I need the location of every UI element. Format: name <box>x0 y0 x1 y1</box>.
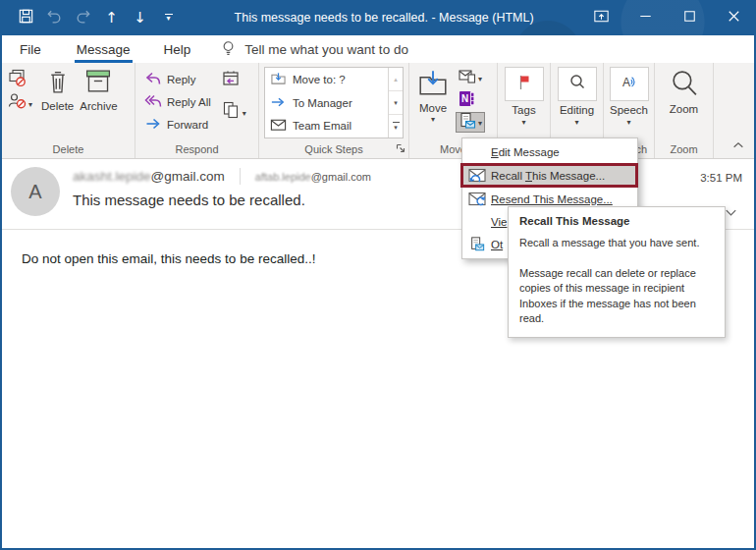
zoom-label: Zoom <box>670 103 698 115</box>
flag-icon <box>514 73 534 96</box>
address-divider <box>240 168 241 185</box>
reply-button[interactable]: Reply <box>144 68 211 90</box>
title-bar: ↑ ↓ ▾ This message needs to be recalled.… <box>0 0 756 35</box>
quick-step-label: Team Email <box>293 120 351 132</box>
editing-label: Editing <box>554 104 600 116</box>
ribbon-display-options-icon <box>592 7 611 29</box>
quick-access-toolbar: ↑ ↓ ▾ <box>0 3 183 32</box>
ignore-button[interactable] <box>5 68 34 91</box>
gallery-more-icon: ▾ <box>393 122 400 132</box>
onenote-icon: N <box>458 89 476 112</box>
tags-label: Tags <box>501 104 547 116</box>
move-to-folder-icon <box>270 71 293 87</box>
speech-label: Speech <box>607 104 651 116</box>
tell-me-search[interactable]: Tell me what you want to do <box>220 35 408 63</box>
envelope-icon <box>270 118 293 134</box>
actions-button[interactable]: ▾ <box>456 112 485 133</box>
minimize-button[interactable] <box>623 0 668 35</box>
ribbon-tabs: File Message Help Tell me what you want … <box>2 35 754 63</box>
quick-steps-scroll-down-button[interactable]: ▾ <box>389 91 403 115</box>
quick-steps-scrollbar: ▴ ▾ ▾ <box>388 68 403 138</box>
maximize-icon <box>680 7 699 29</box>
recall-message-icon <box>463 168 491 184</box>
down-arrow-icon: ↓ <box>134 11 146 26</box>
other-actions-icon <box>462 236 491 252</box>
customize-toolbar-icon: ▾ <box>165 14 173 23</box>
more-respond-button[interactable]: ▾ <box>219 100 248 124</box>
redo-icon <box>74 7 92 29</box>
minimize-icon <box>636 7 655 29</box>
more-respond-dropdown-icon: ▾ <box>243 110 246 117</box>
next-item-button[interactable]: ↓ <box>126 3 154 32</box>
menu-item-recall-this-message[interactable]: Recall This Message... <box>460 163 638 188</box>
quick-step-label: To Manager <box>293 97 352 109</box>
reply-label: Reply <box>167 74 195 85</box>
block-sender-dropdown-icon: ▾ <box>28 101 32 108</box>
undo-button[interactable] <box>40 3 69 32</box>
tags-dropdown-icon: ▾ <box>501 118 547 127</box>
tab-message[interactable]: Message <box>75 35 133 63</box>
customize-quick-access-button[interactable]: ▾ <box>154 3 183 32</box>
block-sender-button[interactable]: ▾ <box>5 91 34 115</box>
undo-icon <box>45 7 64 29</box>
delete-button[interactable]: Delete <box>38 66 77 114</box>
more-respond-icon <box>221 100 241 124</box>
message-subject: This message needs to be recalled. <box>73 192 305 208</box>
editing-button[interactable]: Editing ▾ <box>554 66 600 127</box>
previous-item-button[interactable]: ↑ <box>97 3 126 32</box>
quick-steps-more-button[interactable]: ▾ <box>389 115 403 138</box>
avatar: A <box>11 167 60 216</box>
reply-all-button[interactable]: Reply All <box>144 90 211 113</box>
archive-label: Archive <box>80 100 117 112</box>
menu-item-label: Resend This Message... <box>491 193 613 205</box>
resend-message-icon <box>462 192 491 207</box>
quick-step-label: Move to: ? <box>293 74 346 85</box>
ribbon-display-options-button[interactable] <box>579 0 623 35</box>
speech-dropdown-icon: ▾ <box>607 118 651 127</box>
archive-icon <box>84 68 112 97</box>
sender-address: akasht.lepide@gmail.com <box>73 169 225 184</box>
trash-icon <box>46 68 70 97</box>
message-time: 3:51 PM <box>700 172 742 184</box>
delete-label: Delete <box>41 100 74 112</box>
redo-button[interactable] <box>69 3 97 32</box>
quick-steps-scroll-up-button[interactable]: ▴ <box>389 68 403 91</box>
rules-icon <box>458 69 476 88</box>
svg-text:A: A <box>621 76 629 89</box>
save-button[interactable] <box>12 3 40 32</box>
scroll-down-icon: ▾ <box>394 99 398 107</box>
respond-group-label: Respond <box>138 142 255 158</box>
rules-button[interactable]: ▾ <box>456 67 485 89</box>
zoom-magnifier-icon <box>668 68 701 100</box>
actions-dropdown-icon: ▾ <box>478 120 482 127</box>
archive-button[interactable]: Archive <box>77 66 120 114</box>
tab-help[interactable]: Help <box>162 35 193 63</box>
delete-group-label: Delete <box>5 142 132 158</box>
zoom-button[interactable]: Zoom <box>665 66 704 117</box>
ribbon-group-delete: ▾ Delete Archive Delete <box>2 63 135 158</box>
ribbon-group-zoom: Zoom Zoom <box>655 63 714 158</box>
quick-step-team-email[interactable]: Team Email <box>265 114 388 138</box>
collapse-ribbon-button[interactable] <box>731 136 745 153</box>
tell-me-label: Tell me what you want to do <box>244 42 408 57</box>
expand-header-button[interactable] <box>724 203 738 221</box>
move-button[interactable]: Move ▾ <box>414 66 452 125</box>
quick-step-move-to[interactable]: Move to: ? <box>265 68 388 91</box>
quick-steps-dialog-launcher[interactable] <box>396 142 405 156</box>
tags-button[interactable]: Tags ▾ <box>501 66 547 127</box>
editing-dropdown-icon: ▾ <box>554 118 600 127</box>
tooltip-title: Recall This Message <box>519 215 714 227</box>
zoom-group-label: Zoom <box>658 142 710 158</box>
forward-button[interactable]: Forward <box>144 113 211 136</box>
onenote-button[interactable]: N <box>456 89 485 112</box>
meeting-button[interactable] <box>219 69 248 92</box>
speech-button[interactable]: A Speech ▾ <box>607 66 651 127</box>
tab-file[interactable]: File <box>18 35 43 63</box>
reply-all-label: Reply All <box>167 96 211 108</box>
menu-item-edit-message[interactable]: Edit Message <box>462 140 637 163</box>
close-button[interactable] <box>712 0 756 35</box>
move-folder-icon <box>417 68 449 99</box>
quick-step-to-manager[interactable]: To Manager <box>265 91 388 115</box>
close-icon <box>725 7 743 29</box>
maximize-button[interactable] <box>668 0 712 35</box>
